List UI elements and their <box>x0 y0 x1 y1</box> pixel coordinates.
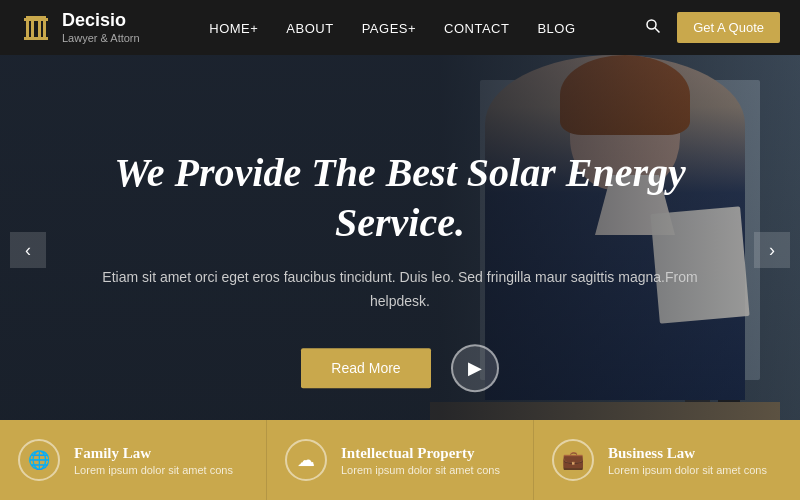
business-law-title: Business Law <box>608 445 782 462</box>
navbar: Decisio Lawyer & Attorn HOME+ ABOUT PAGE… <box>0 0 800 55</box>
logo-text: Decisio Lawyer & Attorn <box>62 10 140 45</box>
carousel-next-button[interactable]: › <box>754 232 790 268</box>
svg-rect-1 <box>26 16 46 18</box>
nav-item-home[interactable]: HOME+ <box>209 19 258 37</box>
read-more-button[interactable]: Read More <box>301 348 430 388</box>
family-law-title: Family Law <box>74 445 248 462</box>
svg-rect-5 <box>43 21 46 37</box>
card-intellectual-property[interactable]: ☁ Intellectual Property Lorem ipsum dolo… <box>267 420 534 500</box>
nav-link-contact[interactable]: CONTACT <box>444 21 509 36</box>
ip-text: Intellectual Property Lorem ipsum dolor … <box>341 445 515 476</box>
play-icon: ▶ <box>468 357 482 379</box>
nav-menu: HOME+ ABOUT PAGES+ CONTACT BLOG <box>209 19 575 37</box>
globe-icon: 🌐 <box>28 449 50 471</box>
svg-rect-0 <box>24 18 48 21</box>
logo-icon <box>20 12 52 44</box>
family-law-desc: Lorem ipsum dolor sit amet cons <box>74 464 248 476</box>
search-button[interactable] <box>645 18 661 37</box>
nav-link-home[interactable]: HOME+ <box>209 21 258 36</box>
logo: Decisio Lawyer & Attorn <box>20 10 140 45</box>
chevron-right-icon: › <box>769 240 775 261</box>
hero-section: Decisio Lawyer & Attorn HOME+ ABOUT PAGE… <box>0 0 800 500</box>
nav-item-blog[interactable]: BLOG <box>537 19 575 37</box>
ip-icon-wrap: ☁ <box>285 439 327 481</box>
hero-actions: Read More ▶ <box>100 344 700 392</box>
hero-subtitle: Etiam sit amet orci eget eros faucibus t… <box>100 266 700 314</box>
card-business-law[interactable]: 💼 Business Law Lorem ipsum dolor sit ame… <box>534 420 800 500</box>
nav-right: Get A Quote <box>645 12 780 43</box>
card-family-law[interactable]: 🌐 Family Law Lorem ipsum dolor sit amet … <box>0 420 267 500</box>
briefcase-icon: 💼 <box>562 449 584 471</box>
chevron-left-icon: ‹ <box>25 240 31 261</box>
svg-rect-2 <box>26 21 29 37</box>
brand-tagline: Lawyer & Attorn <box>62 32 140 45</box>
nav-link-about[interactable]: ABOUT <box>286 21 333 36</box>
cloud-icon: ☁ <box>297 449 315 471</box>
business-law-text: Business Law Lorem ipsum dolor sit amet … <box>608 445 782 476</box>
svg-point-7 <box>647 20 656 29</box>
get-quote-button[interactable]: Get A Quote <box>677 12 780 43</box>
brand-name: Decisio <box>62 10 140 32</box>
ip-title: Intellectual Property <box>341 445 515 462</box>
search-icon <box>645 18 661 34</box>
nav-item-contact[interactable]: CONTACT <box>444 19 509 37</box>
nav-link-blog[interactable]: BLOG <box>537 21 575 36</box>
svg-rect-4 <box>38 21 41 37</box>
family-law-icon-wrap: 🌐 <box>18 439 60 481</box>
nav-item-about[interactable]: ABOUT <box>286 19 333 37</box>
hero-content: We Provide The Best Solar Energy Service… <box>100 148 700 392</box>
ip-desc: Lorem ipsum dolor sit amet cons <box>341 464 515 476</box>
play-video-button[interactable]: ▶ <box>451 344 499 392</box>
svg-line-8 <box>655 28 660 33</box>
service-cards: 🌐 Family Law Lorem ipsum dolor sit amet … <box>0 420 800 500</box>
svg-rect-3 <box>31 21 34 37</box>
carousel-prev-button[interactable]: ‹ <box>10 232 46 268</box>
nav-link-pages[interactable]: PAGES+ <box>362 21 416 36</box>
svg-rect-6 <box>24 37 48 40</box>
family-law-text: Family Law Lorem ipsum dolor sit amet co… <box>74 445 248 476</box>
business-law-desc: Lorem ipsum dolor sit amet cons <box>608 464 782 476</box>
business-icon-wrap: 💼 <box>552 439 594 481</box>
nav-item-pages[interactable]: PAGES+ <box>362 19 416 37</box>
hero-title: We Provide The Best Solar Energy Service… <box>100 148 700 248</box>
